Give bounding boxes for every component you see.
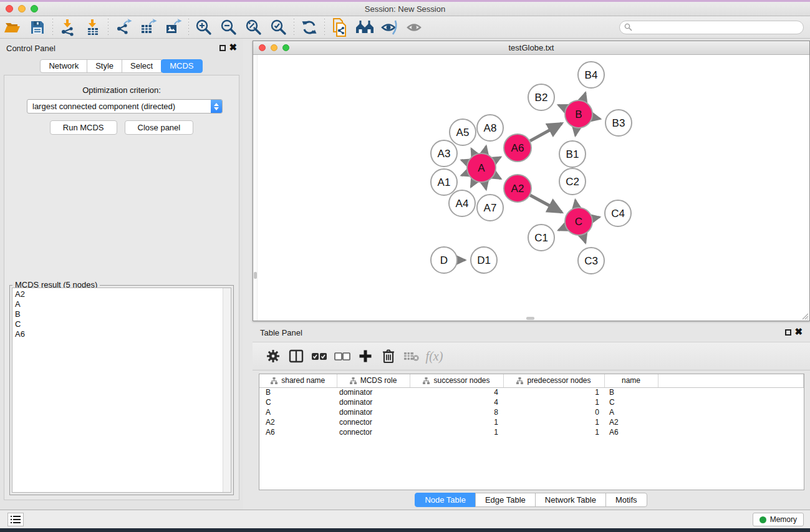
graph-edge-B-B1[interactable] xyxy=(576,128,577,136)
graph-edge-A2-C[interactable] xyxy=(530,195,562,212)
graph-edge-C-C1[interactable] xyxy=(559,227,566,230)
result-item[interactable]: A6 xyxy=(15,329,231,339)
graph-edge-A6-B[interactable] xyxy=(530,123,562,141)
search-icon xyxy=(624,23,632,31)
column-header-label: predecessor nodes xyxy=(527,376,591,385)
graph-edge-C-C3[interactable] xyxy=(583,235,586,243)
table-row[interactable]: Cdominator41C xyxy=(259,397,804,407)
result-item[interactable]: A xyxy=(15,299,231,309)
search-input[interactable] xyxy=(619,21,804,34)
split-view-icon[interactable] xyxy=(284,345,307,367)
graph-edge-A-A5[interactable] xyxy=(471,149,475,155)
tab-edge-table[interactable]: Edge Table xyxy=(475,493,536,507)
graph-edge-B-B3[interactable] xyxy=(592,117,600,119)
toolbar-separator xyxy=(294,19,294,36)
graph-edge-C-C4[interactable] xyxy=(593,217,600,218)
function-builder-icon[interactable]: f(x) xyxy=(423,345,446,367)
table-row[interactable]: Adominator80A xyxy=(259,407,804,417)
float-panel-icon[interactable] xyxy=(219,45,226,51)
toolbar-separator xyxy=(108,19,108,36)
graph-edge-A-A1[interactable] xyxy=(461,173,468,176)
mcds-tab-content: Optimization criterion: largest connecte… xyxy=(4,75,239,500)
result-item[interactable]: B xyxy=(15,309,231,319)
close-table-panel-icon[interactable]: ✖ xyxy=(794,326,803,337)
graph-edge-A-A7[interactable] xyxy=(485,182,486,189)
network-horizontal-scrollbar[interactable] xyxy=(253,316,809,321)
delete-table-icon[interactable] xyxy=(400,345,423,367)
delete-column-icon[interactable] xyxy=(377,345,400,367)
import-table-icon[interactable] xyxy=(80,17,105,37)
graph-edge-A-A2[interactable] xyxy=(494,175,501,179)
column-header-predecessor-nodes[interactable]: predecessor nodes xyxy=(503,374,604,387)
column-header-MCDS-role[interactable]: MCDS role xyxy=(337,374,410,387)
add-column-icon[interactable] xyxy=(354,345,377,367)
tab-motifs[interactable]: Motifs xyxy=(605,493,647,507)
result-scrollbar[interactable] xyxy=(223,288,231,492)
table-cell: dominator xyxy=(337,407,410,417)
tab-network-table[interactable]: Network Table xyxy=(535,493,606,507)
graph-edge-A-A6[interactable] xyxy=(494,157,501,160)
zoom-fit-icon[interactable] xyxy=(241,17,266,37)
network-window-titlebar[interactable]: testGlobe.txt xyxy=(253,41,809,55)
deselect-all-icon[interactable] xyxy=(330,345,354,367)
export-image-icon[interactable] xyxy=(161,17,186,37)
task-history-icon[interactable] xyxy=(7,513,24,526)
network-canvas[interactable]: AA1A3A4A5A7A8A6A2BB1B2B3B4CC1C2C3C4DD1 xyxy=(253,55,809,321)
dropdown-stepper-icon xyxy=(211,100,222,113)
column-type-icon xyxy=(271,377,277,384)
criterion-dropdown[interactable]: largest connected component (directed) xyxy=(27,99,223,114)
control-panel: Control Panel ✖ NetworkStyleSelectMCDS O… xyxy=(0,39,243,510)
show-all-icon[interactable] xyxy=(402,17,427,37)
refresh-icon[interactable] xyxy=(297,17,322,37)
graph-edge-A-A8[interactable] xyxy=(485,146,486,153)
gear-icon[interactable] xyxy=(261,345,284,367)
run-mcds-button[interactable]: Run MCDS xyxy=(50,120,117,135)
table-row[interactable]: A6connector11A6 xyxy=(259,427,804,437)
table-row[interactable]: A2connector11A2 xyxy=(259,417,804,427)
table-cell: 4 xyxy=(410,397,503,407)
zoom-selected-icon[interactable] xyxy=(266,17,291,37)
column-header-name[interactable]: name xyxy=(604,374,658,387)
export-table-icon[interactable] xyxy=(136,17,161,37)
tab-select[interactable]: Select xyxy=(122,59,162,73)
graph-edge-A-A4[interactable] xyxy=(471,181,474,187)
memory-button[interactable]: Memory xyxy=(753,513,804,526)
import-network-icon[interactable] xyxy=(55,17,80,37)
graph-edge-B-B2[interactable] xyxy=(558,105,566,108)
export-network-icon[interactable] xyxy=(111,17,136,37)
hide-selected-icon[interactable] xyxy=(377,17,402,37)
close-panel-button[interactable]: Close panel xyxy=(125,120,194,135)
table-row[interactable]: Bdominator41B xyxy=(259,387,804,397)
table-cell: connector xyxy=(337,417,410,427)
network-window-title: testGlobe.txt xyxy=(253,43,809,52)
tab-node-table[interactable]: Node Table xyxy=(415,493,476,507)
save-session-icon[interactable] xyxy=(25,17,50,37)
graph-edge-A-A3[interactable] xyxy=(461,160,468,163)
graph-edge-C-C2[interactable] xyxy=(576,200,577,208)
resize-grip-icon[interactable] xyxy=(800,311,809,320)
table-panel-title: Table Panel xyxy=(260,328,302,337)
table-cell: A6 xyxy=(259,427,337,437)
tab-style[interactable]: Style xyxy=(87,59,122,73)
zoom-in-icon[interactable] xyxy=(191,17,216,37)
table-cell: dominator xyxy=(337,387,410,397)
column-header-successor-nodes[interactable]: successor nodes xyxy=(410,374,503,387)
app-titlebar: Session: New Session xyxy=(0,2,810,16)
network-clone-icon[interactable] xyxy=(327,17,352,37)
column-header-shared-name[interactable]: shared name xyxy=(259,374,337,387)
column-type-icon xyxy=(516,377,523,384)
float-table-panel-icon[interactable] xyxy=(785,329,791,336)
graph-edge-B-B4[interactable] xyxy=(583,93,586,100)
select-all-icon[interactable] xyxy=(307,345,330,367)
first-neighbors-icon[interactable] xyxy=(352,17,377,37)
open-file-icon[interactable] xyxy=(0,17,25,37)
table-cell: B xyxy=(604,387,658,397)
result-item[interactable]: C xyxy=(15,319,231,329)
close-panel-icon[interactable]: ✖ xyxy=(229,42,237,53)
network-vertical-scrollbar[interactable] xyxy=(253,55,258,321)
result-item[interactable]: A2 xyxy=(15,289,231,299)
zoom-out-icon[interactable] xyxy=(216,17,241,37)
tab-mcds[interactable]: MCDS xyxy=(161,59,202,73)
tab-network[interactable]: Network xyxy=(40,59,87,73)
mcds-result-box: MCDS result (5 nodes) A2ABCA6 xyxy=(9,285,234,495)
